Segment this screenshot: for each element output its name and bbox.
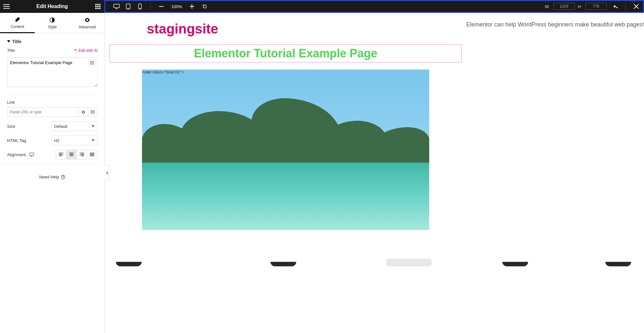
align-right-icon bbox=[80, 153, 84, 157]
edit-with-ai-link[interactable]: Edit with AI bbox=[73, 48, 98, 53]
hamburger-menu-button[interactable] bbox=[0, 0, 13, 13]
align-justify-icon bbox=[90, 153, 94, 157]
svg-rect-5 bbox=[99, 6, 100, 7]
title-textarea[interactable] bbox=[7, 57, 98, 87]
svg-point-22 bbox=[63, 178, 63, 178]
svg-point-19 bbox=[91, 110, 94, 112]
zoom-in-button[interactable] bbox=[187, 2, 197, 11]
link-dynamic-button[interactable] bbox=[88, 107, 98, 117]
align-right-button[interactable] bbox=[77, 150, 87, 159]
desktop-icon bbox=[29, 153, 34, 157]
editor-sidebar: Content Style Advanced bbox=[0, 13, 105, 333]
plus-icon bbox=[190, 4, 194, 9]
gear-icon bbox=[84, 17, 90, 23]
widgets-panel-button[interactable] bbox=[91, 0, 104, 13]
desktop-device-button[interactable] bbox=[112, 2, 121, 11]
mobile-device-button[interactable] bbox=[135, 2, 145, 11]
svg-rect-14 bbox=[159, 6, 164, 7]
gear-icon bbox=[612, 4, 618, 9]
desktop-icon bbox=[113, 4, 120, 9]
zoom-level: 100% bbox=[169, 4, 184, 9]
panel-tabs: Content Style Advanced bbox=[0, 13, 105, 33]
svg-point-18 bbox=[83, 112, 84, 113]
align-center-button[interactable] bbox=[66, 150, 77, 159]
need-help-link[interactable]: Need Help bbox=[0, 165, 105, 179]
tablet-icon bbox=[126, 4, 130, 9]
align-left-button[interactable] bbox=[56, 150, 66, 159]
database-icon bbox=[90, 61, 94, 65]
image-caption: Elementor can help WordPress beginners m… bbox=[466, 13, 644, 333]
link-field-label: Link bbox=[7, 100, 98, 105]
html-tag-field-label: HTML Tag bbox=[7, 138, 26, 143]
html-tag-select[interactable]: H2 bbox=[51, 136, 98, 145]
section-title: Title bbox=[12, 39, 22, 44]
contrast-icon bbox=[49, 17, 55, 23]
chevron-down-icon bbox=[91, 139, 95, 141]
preview-canvas[interactable]: stagingsite Elementor Tutorial Example P… bbox=[105, 13, 466, 333]
svg-rect-2 bbox=[99, 4, 100, 5]
align-left-icon bbox=[59, 153, 63, 157]
edit-with-ai-label: Edit with AI bbox=[79, 48, 98, 53]
top-bar: Edit Heading 100% bbox=[0, 0, 644, 13]
reset-icon bbox=[202, 4, 207, 9]
svg-rect-6 bbox=[95, 8, 97, 9]
width-label: W bbox=[545, 4, 549, 9]
svg-point-11 bbox=[128, 8, 128, 9]
size-select-value: Default bbox=[54, 124, 67, 129]
svg-point-17 bbox=[90, 61, 94, 62]
settings-button[interactable] bbox=[610, 2, 620, 11]
canvas-width-input[interactable] bbox=[554, 3, 575, 10]
panel-title: Edit Heading bbox=[13, 4, 91, 9]
close-icon bbox=[634, 4, 639, 9]
minus-icon bbox=[159, 6, 164, 7]
link-options-button[interactable] bbox=[78, 107, 88, 117]
svg-rect-4 bbox=[97, 6, 99, 7]
title-section: Title Title Edit with AI bbox=[0, 33, 105, 165]
align-justify-button[interactable] bbox=[87, 150, 97, 159]
hero-image[interactable]: <ове class="boat b1"> bbox=[142, 70, 429, 230]
gear-icon bbox=[81, 110, 85, 114]
svg-rect-3 bbox=[95, 6, 97, 7]
svg-rect-8 bbox=[99, 8, 100, 9]
alignment-buttons bbox=[56, 150, 98, 159]
svg-rect-7 bbox=[97, 8, 99, 9]
svg-point-13 bbox=[139, 8, 140, 9]
canvas-height-input[interactable] bbox=[585, 3, 607, 10]
heading-widget-selected[interactable]: Elementor Tutorial Example Page bbox=[109, 44, 462, 62]
section-toggle-title[interactable]: Title bbox=[7, 38, 98, 48]
title-field-label: Title bbox=[7, 48, 15, 53]
html-tag-select-value: H2 bbox=[54, 138, 60, 143]
tab-label: Advanced bbox=[79, 25, 96, 29]
help-icon bbox=[61, 175, 65, 179]
tab-advanced[interactable]: Advanced bbox=[70, 13, 105, 33]
mobile-icon bbox=[138, 4, 142, 9]
svg-point-16 bbox=[87, 19, 88, 21]
need-help-label: Need Help bbox=[39, 175, 59, 179]
grid-icon bbox=[95, 4, 100, 9]
close-responsive-button[interactable] bbox=[631, 2, 641, 11]
zoom-reset-button[interactable] bbox=[200, 2, 210, 11]
collapse-sidebar-button[interactable] bbox=[105, 165, 109, 181]
caret-down-icon bbox=[7, 40, 10, 43]
svg-rect-0 bbox=[95, 4, 97, 5]
svg-rect-9 bbox=[114, 4, 119, 8]
responsive-bar: 100% W H bbox=[104, 0, 644, 13]
dynamic-tags-button[interactable] bbox=[89, 59, 96, 66]
tab-style[interactable]: Style bbox=[35, 13, 70, 33]
site-title: stagingsite bbox=[108, 19, 464, 44]
zoom-out-button[interactable] bbox=[156, 2, 166, 11]
tab-label: Style bbox=[48, 25, 57, 29]
tablet-device-button[interactable] bbox=[123, 2, 133, 11]
tab-content[interactable]: Content bbox=[0, 13, 35, 33]
align-center-icon bbox=[69, 153, 74, 157]
link-url-input[interactable] bbox=[7, 107, 78, 117]
alignment-field-label: Alignment bbox=[7, 152, 26, 157]
hamburger-icon bbox=[3, 4, 10, 9]
heading-text: Elementor Tutorial Example Page bbox=[110, 47, 461, 60]
pencil-icon bbox=[14, 17, 20, 23]
chevron-left-icon bbox=[106, 171, 108, 175]
chevron-down-icon bbox=[91, 125, 95, 127]
size-select[interactable]: Default bbox=[51, 121, 98, 131]
svg-rect-20 bbox=[29, 153, 34, 156]
separator bbox=[625, 3, 626, 10]
